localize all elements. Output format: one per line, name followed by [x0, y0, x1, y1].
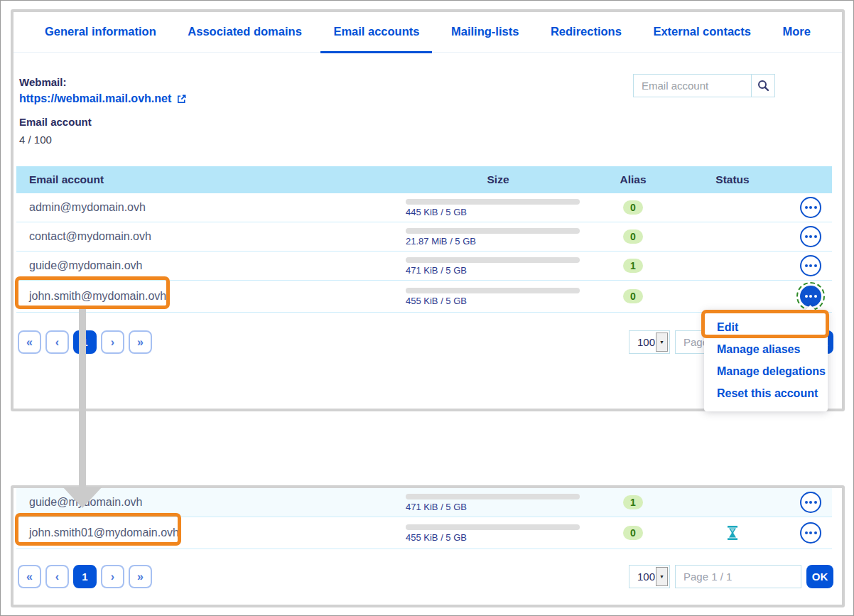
tab-mailing-lists[interactable]: Mailing-lists: [438, 12, 531, 53]
quota-bar: [406, 228, 580, 234]
per-page-value: 100: [637, 336, 655, 348]
email-account-count-label: Email account: [19, 116, 92, 128]
ok-button[interactable]: OK: [806, 565, 833, 588]
alias-badge: 0: [623, 229, 643, 244]
email-address: contact@mydomain.ovh: [16, 230, 399, 243]
webmail-link[interactable]: https://webmail.mail.ovh.net: [19, 92, 171, 105]
hourglass-icon: [727, 526, 738, 540]
screenshot-canvas: General information Associated domains E…: [0, 0, 854, 616]
email-accounts-table-result: guide@mydomain.ovh 471 KiB / 5 GB 1 john…: [16, 488, 832, 549]
email-accounts-panel: General information Associated domains E…: [11, 9, 845, 411]
quota-bar: [406, 494, 580, 499]
first-page-button[interactable]: «: [18, 565, 41, 588]
table-row: john.smith01@mydomain.ovh 455 KiB / 5 GB…: [16, 517, 832, 549]
alias-badge: 0: [623, 289, 643, 303]
header-status: Status: [676, 173, 789, 186]
tab-redirections[interactable]: Redirections: [538, 12, 634, 53]
size-cell: 455 KiB / 5 GB: [399, 286, 590, 306]
search-input[interactable]: [633, 74, 751, 97]
row-context-menu: Edit Manage aliases Manage delegations R…: [704, 311, 828, 411]
tab-external-contacts[interactable]: External contacts: [640, 12, 764, 53]
alias-badge: 1: [623, 495, 643, 509]
quota-bar: [406, 524, 580, 530]
header-email-account: Email account: [16, 173, 399, 186]
menu-item-edit[interactable]: Edit: [704, 317, 828, 339]
chevron-down-icon: ▼: [656, 333, 668, 352]
table-row: john.smith@mydomain.ovh 455 KiB / 5 GB 0: [16, 281, 832, 313]
per-page-select[interactable]: 100 ▼: [629, 330, 670, 354]
alias-badge: 0: [623, 200, 643, 215]
size-cell: 21.87 MiB / 5 GB: [399, 227, 590, 247]
search-icon: [757, 79, 770, 92]
table-header-row: Email account Size Alias Status: [16, 166, 832, 193]
row-actions-button[interactable]: [800, 255, 821, 276]
quota-label: 21.87 MiB / 5 GB: [406, 236, 476, 247]
email-address: admin@mydomain.ovh: [16, 201, 399, 214]
row-actions-button[interactable]: [800, 286, 821, 307]
header-alias: Alias: [590, 173, 676, 186]
chevron-down-icon: ▼: [656, 567, 668, 586]
quota-label: 455 KiB / 5 GB: [406, 296, 467, 306]
table-row: guide@mydomain.ovh 471 KiB / 5 GB 1: [16, 488, 832, 517]
tab-more[interactable]: More: [770, 12, 823, 53]
tab-associated-domains[interactable]: Associated domains: [175, 12, 314, 53]
per-page-value: 100: [637, 571, 655, 583]
row-actions-button[interactable]: [800, 226, 821, 247]
quota-label: 455 KiB / 5 GB: [406, 532, 467, 543]
page-number-input[interactable]: [675, 565, 801, 588]
annotation-arrow: [60, 309, 104, 509]
search-button[interactable]: [751, 74, 775, 97]
next-page-button[interactable]: ›: [101, 565, 124, 588]
header-size: Size: [399, 173, 590, 186]
current-page-button[interactable]: 1: [73, 565, 97, 588]
pager-controls: 100 ▼ OK: [629, 565, 833, 588]
tab-email-accounts[interactable]: Email accounts: [320, 12, 432, 53]
email-accounts-table: Email account Size Alias Status admin@my…: [16, 166, 832, 313]
last-page-button[interactable]: »: [129, 330, 152, 354]
previous-page-button[interactable]: ‹: [45, 565, 69, 588]
size-cell: 455 KiB / 5 GB: [399, 523, 590, 543]
quota-label: 445 KiB / 5 GB: [406, 207, 467, 217]
email-address: john.smith@mydomain.ovh: [16, 290, 399, 303]
quota-label: 471 KiB / 5 GB: [406, 265, 467, 276]
table-row: contact@mydomain.ovh 21.87 MiB / 5 GB 0: [16, 222, 832, 252]
external-link-icon: [176, 94, 187, 104]
email-address: john.smith01@mydomain.ovh: [16, 526, 399, 539]
per-page-select[interactable]: 100 ▼: [629, 565, 670, 588]
quota-label: 471 KiB / 5 GB: [406, 502, 467, 512]
email-search: [633, 74, 775, 97]
table-row: guide@mydomain.ovh 471 KiB / 5 GB 1: [16, 252, 832, 281]
email-address: guide@mydomain.ovh: [16, 259, 399, 272]
menu-item-reset-this-account[interactable]: Reset this account: [704, 383, 828, 405]
webmail-link-row: https://webmail.mail.ovh.net: [19, 92, 187, 105]
menu-item-manage-aliases[interactable]: Manage aliases: [704, 339, 828, 361]
email-account-count-value: 4 / 100: [19, 134, 52, 146]
pager-buttons: « ‹ 1 › »: [18, 565, 152, 588]
pagination: « ‹ 1 › » 100 ▼ OK: [18, 565, 833, 588]
quota-bar: [406, 257, 580, 263]
quota-bar: [406, 199, 580, 205]
row-actions-button[interactable]: [800, 522, 821, 544]
tab-bar: General information Associated domains E…: [13, 12, 842, 53]
alias-badge: 0: [623, 526, 643, 540]
size-cell: 471 KiB / 5 GB: [399, 256, 590, 276]
table-row: admin@mydomain.ovh 445 KiB / 5 GB 0: [16, 193, 832, 222]
row-actions-button[interactable]: [800, 197, 821, 218]
quota-bar: [406, 288, 580, 293]
first-page-button[interactable]: «: [18, 330, 41, 354]
tab-general-information[interactable]: General information: [32, 12, 169, 53]
row-actions-button[interactable]: [800, 492, 821, 513]
menu-item-manage-delegations[interactable]: Manage delegations: [704, 361, 828, 383]
last-page-button[interactable]: »: [129, 565, 152, 588]
webmail-label: Webmail:: [19, 76, 66, 88]
size-cell: 445 KiB / 5 GB: [399, 198, 590, 217]
size-cell: 471 KiB / 5 GB: [399, 492, 590, 512]
result-panel: guide@mydomain.ovh 471 KiB / 5 GB 1 john…: [11, 485, 845, 607]
alias-badge: 1: [623, 259, 643, 273]
